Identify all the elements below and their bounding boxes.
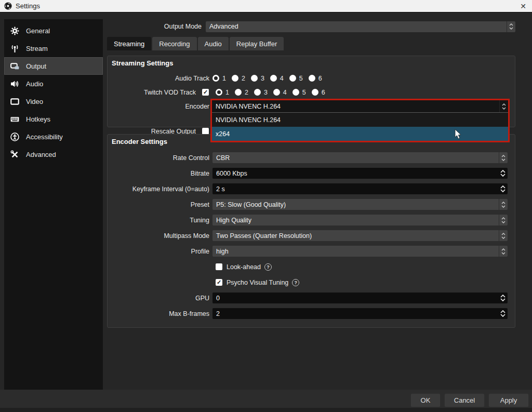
tuning-row: Tuning High Quality — [108, 215, 515, 225]
sidebar-item-advanced[interactable]: Advanced — [4, 145, 103, 163]
gpu-label: GPU — [108, 295, 209, 302]
check-icon: ✓ — [217, 280, 221, 285]
audio-track-radios: 1 2 3 4 5 6 — [212, 75, 328, 82]
encoder-dropdown-alert-box: NVIDIA NVENC H.264 NVIDIA NVENC H.264 x2… — [210, 99, 510, 142]
combo-spinner-icon[interactable] — [499, 230, 508, 241]
dropdown-option-x264[interactable]: x264 — [212, 127, 508, 141]
radio-label: 1 — [225, 89, 229, 96]
radio-selected[interactable] — [212, 75, 219, 82]
bitrate-row: Bitrate 6000 Kbps — [108, 168, 515, 179]
twitch-vod-track-label: Twitch VOD Track — [108, 89, 196, 96]
combo-spinner-icon[interactable] — [507, 21, 515, 32]
radio-selected[interactable] — [216, 89, 222, 96]
sidebar-item-stream[interactable]: Stream — [4, 39, 103, 57]
radio[interactable] — [251, 75, 258, 82]
streaming-settings-group: Streaming Settings Audio Track 1 2 3 4 5… — [107, 56, 515, 127]
rate-control-select[interactable]: CBR — [212, 152, 508, 163]
window-bottom-edge — [0, 408, 532, 412]
bitrate-label: Bitrate — [108, 170, 209, 177]
gpu-input[interactable]: 0 — [212, 293, 508, 303]
window-title: Settings — [16, 2, 40, 10]
bitrate-input[interactable]: 6000 Kbps — [212, 168, 508, 179]
psycho-visual-tuning-checkbox-checked[interactable]: ✓ — [216, 279, 222, 286]
sidebar-item-label: Audio — [26, 80, 43, 88]
preset-label: Preset — [108, 201, 209, 208]
tuning-select[interactable]: High Quality — [212, 215, 508, 225]
sidebar-item-audio[interactable]: Audio — [4, 75, 103, 92]
spinbox-arrows-icon[interactable] — [499, 183, 507, 194]
radio[interactable] — [254, 89, 261, 96]
tab-audio[interactable]: Audio — [198, 37, 229, 50]
sidebar-item-general[interactable]: General — [4, 22, 103, 39]
encoder-value: NVIDIA NVENC H.264 — [216, 103, 281, 110]
multipass-mode-value: Two Passes (Quarter Resolution) — [216, 232, 312, 240]
combo-spinner-icon[interactable] — [499, 246, 508, 257]
twitch-vod-checkbox-checked[interactable]: ✓ — [202, 89, 209, 96]
radio[interactable] — [312, 89, 318, 96]
combo-spinner-icon[interactable] — [499, 199, 508, 210]
max-b-frames-input[interactable]: 2 — [212, 308, 508, 319]
radio-label: 6 — [318, 75, 322, 82]
sidebar-item-video[interactable]: Video — [4, 92, 103, 110]
combo-spinner-icon[interactable] — [499, 152, 508, 163]
radio[interactable] — [273, 89, 280, 96]
check-icon: ✓ — [203, 89, 208, 95]
combo-spinner-icon[interactable] — [499, 100, 508, 112]
radio[interactable] — [309, 75, 315, 82]
mouse-cursor — [455, 129, 463, 140]
psycho-visual-tuning-label: Psycho Visual Tuning — [227, 279, 288, 286]
profile-select[interactable]: high — [212, 246, 508, 257]
encoder-select[interactable]: NVIDIA NVENC H.264 — [212, 100, 508, 112]
tuning-value: High Quality — [216, 217, 251, 224]
radio-label: 4 — [280, 75, 284, 82]
combo-spinner-icon[interactable] — [499, 215, 508, 225]
sidebar-item-label: Output — [26, 62, 46, 70]
tab-streaming[interactable]: Streaming — [107, 37, 151, 50]
look-ahead-row: Look-ahead ? — [108, 261, 515, 272]
keyframe-interval-input[interactable]: 2 s — [212, 183, 508, 194]
sidebar-item-label: Advanced — [26, 151, 56, 158]
help-icon[interactable]: ? — [292, 279, 299, 286]
tools-icon — [10, 150, 19, 159]
radio[interactable] — [232, 75, 238, 82]
accessibility-icon — [10, 132, 19, 141]
output-mode-select[interactable]: Advanced — [206, 21, 515, 32]
radio[interactable] — [292, 89, 299, 96]
preset-select[interactable]: P5: Slow (Good Quality) — [212, 199, 508, 210]
radio-label: 4 — [283, 89, 287, 96]
monitor-icon — [10, 97, 19, 106]
radio[interactable] — [235, 89, 242, 96]
radio[interactable] — [270, 75, 277, 82]
spinbox-arrows-icon[interactable] — [499, 308, 507, 319]
cancel-button[interactable]: Cancel — [444, 393, 485, 407]
multipass-mode-select[interactable]: Two Passes (Quarter Resolution) — [212, 230, 508, 241]
tab-recording[interactable]: Recording — [152, 37, 196, 50]
sidebar-item-hotkeys[interactable]: Hotkeys — [4, 110, 103, 128]
sidebar-item-accessibility[interactable]: Accessibility — [4, 128, 103, 145]
radio-label: 5 — [302, 89, 306, 96]
radio[interactable] — [289, 75, 296, 82]
bitrate-value: 6000 Kbps — [216, 170, 247, 177]
preset-row: Preset P5: Slow (Good Quality) — [108, 199, 515, 210]
multipass-mode-label: Multipass Mode — [108, 232, 209, 240]
dropdown-option-nvenc[interactable]: NVIDIA NVENC H.264 — [212, 113, 508, 127]
sidebar-item-output[interactable]: Output — [4, 57, 103, 75]
profile-row: Profile high — [108, 246, 515, 257]
apply-button[interactable]: Apply — [488, 393, 529, 407]
output-mode-row: Output Mode Advanced — [107, 21, 515, 32]
audio-track-row: Audio Track 1 2 3 4 5 6 — [108, 73, 515, 84]
look-ahead-checkbox-unchecked[interactable] — [216, 263, 222, 270]
ok-button[interactable]: OK — [410, 393, 441, 407]
twitch-vod-track-row: Twitch VOD Track ✓ 1 2 3 4 5 6 — [108, 87, 515, 98]
tab-replay-buffer[interactable]: Replay Buffer — [230, 37, 284, 50]
help-icon[interactable]: ? — [264, 263, 272, 271]
sidebar-item-label: Accessibility — [26, 133, 63, 141]
close-button[interactable]: ✕ — [514, 0, 532, 12]
radio-label: 5 — [299, 75, 303, 82]
twitch-vod-radios: 1 2 3 4 5 6 — [216, 89, 331, 96]
spinbox-arrows-icon[interactable] — [499, 168, 507, 179]
spinbox-arrows-icon[interactable] — [499, 293, 507, 303]
preset-value: P5: Slow (Good Quality) — [216, 201, 286, 208]
titlebar: Settings ✕ — [0, 0, 532, 12]
sidebar: General Stream Output Audio Video — [4, 19, 103, 390]
